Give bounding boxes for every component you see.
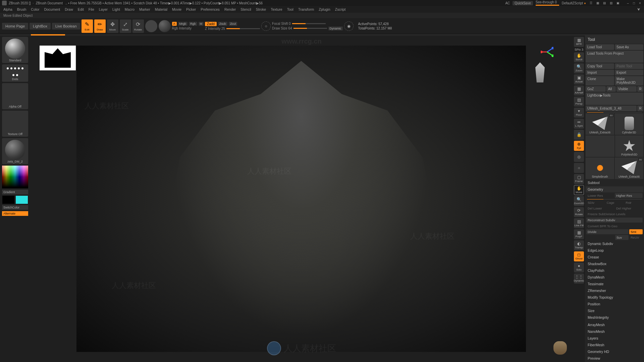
section-zremesher[interactable]: ZRemesher [586, 288, 643, 294]
collapse-icon[interactable]: ⮟ [637, 7, 641, 11]
zoom3d-button[interactable]: 🔍Zoom3D [574, 196, 584, 206]
a-chip[interactable]: A [172, 22, 177, 26]
maximize-button[interactable]: □ [632, 1, 636, 5]
section-modify-topology[interactable]: Modify Topology [586, 294, 643, 300]
linefill-button[interactable]: ▤Line Fill [574, 218, 584, 228]
color-picker[interactable] [2, 166, 28, 188]
import-button[interactable]: Import [586, 70, 614, 75]
menu-color[interactable]: Color [31, 7, 39, 11]
menu-marker[interactable]: Marker [139, 7, 150, 11]
lower-res-button[interactable]: Lower Res [586, 193, 614, 198]
section-edgeloop[interactable]: EdgeLoop [586, 247, 643, 253]
zoom-button[interactable]: 🔍Zoom [574, 63, 584, 73]
higher-res-button[interactable]: Higher Res [615, 193, 643, 198]
section-geometry-hd[interactable]: Geometry HD [586, 349, 643, 355]
goz-button[interactable]: GoZ [586, 86, 606, 92]
rgb-chip[interactable]: Rgb [189, 22, 197, 26]
ghost-button[interactable]: ◻Ghost [574, 251, 584, 261]
export-button[interactable]: Export [615, 70, 643, 75]
divide-button[interactable]: Divide [586, 229, 629, 234]
quicksave-button[interactable]: QuickSave [513, 1, 533, 5]
clone-button[interactable]: Clone [586, 76, 614, 85]
bpr-button[interactable]: ▦BPR [574, 37, 584, 47]
section-dynamesh[interactable]: DynaMesh [586, 274, 643, 280]
section-nanomesh[interactable]: NanoMesh [586, 328, 643, 335]
local-button[interactable]: ◎ [574, 152, 584, 162]
menu-macro[interactable]: Macro [125, 7, 135, 11]
section-dynamic-subdiv[interactable]: Dynamic Subdiv [586, 241, 643, 247]
spix-slider[interactable]: SPix3 [574, 48, 584, 51]
make-polymesh-button[interactable]: Make PolyMesh3D [615, 76, 643, 85]
draw-button[interactable]: ✏Draw [94, 19, 106, 33]
brush-picker[interactable]: Standard [2, 37, 28, 63]
dynamic-chip[interactable]: Dynamic [328, 26, 343, 31]
menu-zscript[interactable]: Zscript [335, 7, 346, 11]
paste-tool-button[interactable]: Paste Tool [615, 63, 643, 69]
scroll-button[interactable]: ✋Scroll [574, 52, 584, 62]
section-tessimate[interactable]: Tessimate [586, 281, 643, 287]
thumb-cylinder3d[interactable]: Cylinder3D [615, 113, 643, 135]
section-geometry[interactable]: Geometry [586, 186, 643, 192]
convert-bpr-button[interactable]: Convert BPR To Geo [586, 224, 643, 229]
menu-brush[interactable]: Brush [17, 7, 26, 11]
thumb-simplebrush[interactable]: SimpleBrush [586, 158, 614, 179]
grid2-icon[interactable]: ▤ [602, 1, 606, 5]
menu-file[interactable]: File [89, 7, 94, 11]
floor-button[interactable]: ▾Floor [574, 108, 584, 118]
persp-button[interactable]: ▤Persp [574, 97, 584, 107]
smt-button[interactable]: Smt [629, 229, 643, 234]
minimize-button[interactable]: – [626, 1, 630, 5]
zsub-chip[interactable]: Zsub [218, 22, 227, 26]
lightbox-tools-button[interactable]: Lightbox▶Tools [586, 93, 643, 105]
close-button[interactable]: × [638, 1, 642, 5]
section-shadowbox[interactable]: ShadowBox [586, 261, 643, 267]
menu-light[interactable]: Light [112, 7, 120, 11]
see-through-slider[interactable]: See-through 0 [536, 0, 559, 6]
aahalf-button[interactable]: ▦AAHalf [574, 85, 584, 96]
thumb-umesh-extract2[interactable]: 80UMesh_Extract6 [615, 158, 643, 179]
edit-button[interactable]: ✎Edit [82, 19, 93, 33]
nav-gizmo[interactable] [530, 46, 553, 86]
tab-lightbox[interactable]: LightBox [30, 23, 51, 29]
section-fibermesh[interactable]: FiberMesh [586, 342, 643, 348]
polyf-button[interactable]: ▦PolyF [574, 229, 584, 239]
transp-button[interactable]: ◐Transp [574, 240, 584, 250]
goz-all-button[interactable]: All [606, 86, 616, 92]
canvas-area[interactable]: www.rrcg.cn 人人素材社区 人人素材社区 人人素材社区 人人素材社区 … [30, 36, 573, 362]
m-chip[interactable]: M [199, 22, 204, 26]
menu-render[interactable]: Render [224, 7, 236, 11]
alternate-button[interactable]: Alternate [2, 211, 28, 216]
menu-movie[interactable]: Movie [172, 7, 181, 11]
move3d-button[interactable]: ✋Move [574, 185, 584, 195]
lock-button[interactable]: 🔒 [574, 130, 584, 140]
menu-layer[interactable]: Layer [99, 7, 108, 11]
menu-texture[interactable]: Texture [271, 7, 282, 11]
rotate-button[interactable]: ⟳Rotate [132, 19, 144, 33]
switchcolor-button[interactable]: SwitchColor [2, 205, 28, 210]
center-button[interactable]: ○ [574, 163, 584, 173]
section-size[interactable]: Size [586, 308, 643, 314]
sculptris-toggle[interactable] [145, 20, 157, 32]
menu-material[interactable]: Material [155, 7, 167, 11]
gradient-button[interactable]: Gradient [2, 190, 28, 194]
stroke-picker[interactable]: Dots [2, 64, 28, 82]
swatch-secondary[interactable] [2, 196, 14, 204]
viewport[interactable] [76, 46, 526, 352]
goz-visible-button[interactable]: Visible [616, 86, 637, 92]
menu-preferences[interactable]: Preferences [201, 7, 220, 11]
tab-home[interactable]: Home Page [2, 23, 28, 29]
curve-toggle[interactable] [159, 20, 171, 32]
reference-thumb[interactable] [40, 46, 76, 70]
save-as-button[interactable]: Save As [615, 44, 643, 50]
tab-liveboolean[interactable]: Live Boolean [52, 23, 80, 29]
texture-picker[interactable]: Texture Off [2, 111, 28, 137]
xyz-button[interactable]: ⊕Xyz [574, 141, 584, 151]
reuv-button[interactable]: ReUV [629, 235, 643, 240]
menu-tool[interactable]: Tool [287, 7, 293, 11]
copy-tool-button[interactable]: Copy Tool [586, 63, 614, 69]
actual-button[interactable]: ▣Actual [574, 74, 584, 84]
current-tool-name[interactable]: UMesh_Extract6_3_48 [586, 106, 637, 111]
menu-stroke[interactable]: Stroke [256, 7, 266, 11]
solo-button[interactable]: ●Solo [574, 262, 584, 273]
cage-button[interactable]: Cage [605, 200, 624, 205]
